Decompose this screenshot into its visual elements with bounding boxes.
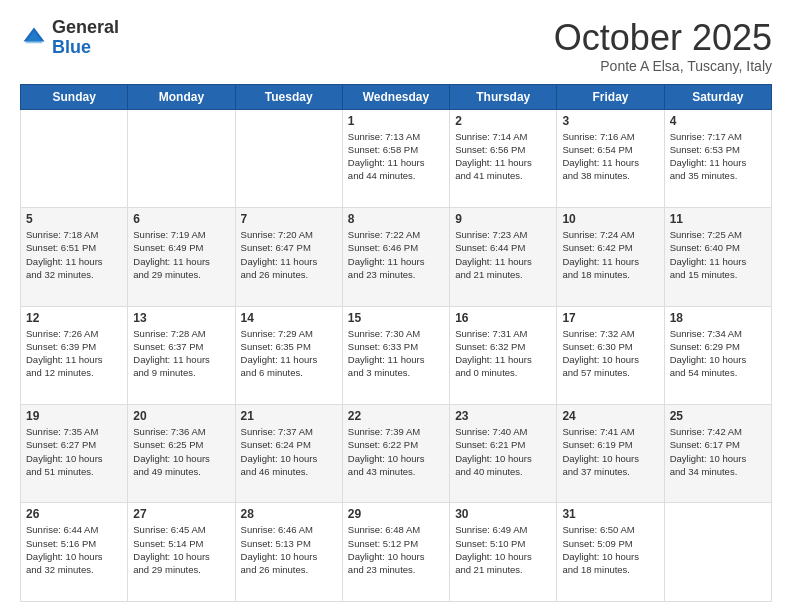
day-number: 20 <box>133 409 229 423</box>
calendar-cell: 30Sunrise: 6:49 AM Sunset: 5:10 PM Dayli… <box>450 503 557 602</box>
day-number: 2 <box>455 114 551 128</box>
logo: General Blue <box>20 18 119 58</box>
day-info: Sunrise: 6:44 AM Sunset: 5:16 PM Dayligh… <box>26 523 122 576</box>
day-info: Sunrise: 7:25 AM Sunset: 6:40 PM Dayligh… <box>670 228 766 281</box>
day-number: 14 <box>241 311 337 325</box>
calendar-cell: 9Sunrise: 7:23 AM Sunset: 6:44 PM Daylig… <box>450 208 557 306</box>
day-number: 19 <box>26 409 122 423</box>
day-number: 30 <box>455 507 551 521</box>
day-info: Sunrise: 7:31 AM Sunset: 6:32 PM Dayligh… <box>455 327 551 380</box>
day-number: 12 <box>26 311 122 325</box>
day-info: Sunrise: 7:24 AM Sunset: 6:42 PM Dayligh… <box>562 228 658 281</box>
day-number: 9 <box>455 212 551 226</box>
day-header-sunday: Sunday <box>21 84 128 109</box>
calendar-cell: 28Sunrise: 6:46 AM Sunset: 5:13 PM Dayli… <box>235 503 342 602</box>
day-number: 24 <box>562 409 658 423</box>
day-info: Sunrise: 7:41 AM Sunset: 6:19 PM Dayligh… <box>562 425 658 478</box>
logo-blue-text: Blue <box>52 37 91 57</box>
day-number: 29 <box>348 507 444 521</box>
day-info: Sunrise: 7:26 AM Sunset: 6:39 PM Dayligh… <box>26 327 122 380</box>
day-info: Sunrise: 7:20 AM Sunset: 6:47 PM Dayligh… <box>241 228 337 281</box>
calendar-cell: 17Sunrise: 7:32 AM Sunset: 6:30 PM Dayli… <box>557 306 664 404</box>
calendar-cell: 16Sunrise: 7:31 AM Sunset: 6:32 PM Dayli… <box>450 306 557 404</box>
day-info: Sunrise: 6:45 AM Sunset: 5:14 PM Dayligh… <box>133 523 229 576</box>
day-info: Sunrise: 7:35 AM Sunset: 6:27 PM Dayligh… <box>26 425 122 478</box>
day-number: 5 <box>26 212 122 226</box>
calendar-header-row: SundayMondayTuesdayWednesdayThursdayFrid… <box>21 84 772 109</box>
calendar-cell: 19Sunrise: 7:35 AM Sunset: 6:27 PM Dayli… <box>21 405 128 503</box>
calendar-cell: 11Sunrise: 7:25 AM Sunset: 6:40 PM Dayli… <box>664 208 771 306</box>
calendar-cell: 4Sunrise: 7:17 AM Sunset: 6:53 PM Daylig… <box>664 109 771 207</box>
calendar-cell <box>664 503 771 602</box>
day-number: 13 <box>133 311 229 325</box>
calendar-cell: 29Sunrise: 6:48 AM Sunset: 5:12 PM Dayli… <box>342 503 449 602</box>
calendar-cell: 2Sunrise: 7:14 AM Sunset: 6:56 PM Daylig… <box>450 109 557 207</box>
day-info: Sunrise: 7:29 AM Sunset: 6:35 PM Dayligh… <box>241 327 337 380</box>
calendar-cell: 27Sunrise: 6:45 AM Sunset: 5:14 PM Dayli… <box>128 503 235 602</box>
calendar-week-5: 26Sunrise: 6:44 AM Sunset: 5:16 PM Dayli… <box>21 503 772 602</box>
day-number: 3 <box>562 114 658 128</box>
calendar-week-1: 1Sunrise: 7:13 AM Sunset: 6:58 PM Daylig… <box>21 109 772 207</box>
calendar-cell: 24Sunrise: 7:41 AM Sunset: 6:19 PM Dayli… <box>557 405 664 503</box>
location: Ponte A Elsa, Tuscany, Italy <box>554 58 772 74</box>
day-number: 11 <box>670 212 766 226</box>
calendar-cell: 13Sunrise: 7:28 AM Sunset: 6:37 PM Dayli… <box>128 306 235 404</box>
day-info: Sunrise: 7:23 AM Sunset: 6:44 PM Dayligh… <box>455 228 551 281</box>
day-info: Sunrise: 6:50 AM Sunset: 5:09 PM Dayligh… <box>562 523 658 576</box>
calendar-cell <box>21 109 128 207</box>
day-number: 1 <box>348 114 444 128</box>
day-number: 27 <box>133 507 229 521</box>
day-info: Sunrise: 7:28 AM Sunset: 6:37 PM Dayligh… <box>133 327 229 380</box>
calendar-cell: 1Sunrise: 7:13 AM Sunset: 6:58 PM Daylig… <box>342 109 449 207</box>
day-info: Sunrise: 7:36 AM Sunset: 6:25 PM Dayligh… <box>133 425 229 478</box>
calendar-table: SundayMondayTuesdayWednesdayThursdayFrid… <box>20 84 772 602</box>
calendar-cell: 18Sunrise: 7:34 AM Sunset: 6:29 PM Dayli… <box>664 306 771 404</box>
day-info: Sunrise: 6:46 AM Sunset: 5:13 PM Dayligh… <box>241 523 337 576</box>
calendar-cell: 8Sunrise: 7:22 AM Sunset: 6:46 PM Daylig… <box>342 208 449 306</box>
day-header-wednesday: Wednesday <box>342 84 449 109</box>
day-info: Sunrise: 7:42 AM Sunset: 6:17 PM Dayligh… <box>670 425 766 478</box>
header: General Blue October 2025 Ponte A Elsa, … <box>20 18 772 74</box>
day-info: Sunrise: 7:30 AM Sunset: 6:33 PM Dayligh… <box>348 327 444 380</box>
day-info: Sunrise: 6:49 AM Sunset: 5:10 PM Dayligh… <box>455 523 551 576</box>
calendar-cell <box>128 109 235 207</box>
day-header-saturday: Saturday <box>664 84 771 109</box>
day-number: 6 <box>133 212 229 226</box>
day-info: Sunrise: 7:16 AM Sunset: 6:54 PM Dayligh… <box>562 130 658 183</box>
calendar-week-2: 5Sunrise: 7:18 AM Sunset: 6:51 PM Daylig… <box>21 208 772 306</box>
day-header-thursday: Thursday <box>450 84 557 109</box>
day-header-tuesday: Tuesday <box>235 84 342 109</box>
day-number: 8 <box>348 212 444 226</box>
calendar-cell: 3Sunrise: 7:16 AM Sunset: 6:54 PM Daylig… <box>557 109 664 207</box>
logo-icon <box>20 24 48 52</box>
day-info: Sunrise: 7:39 AM Sunset: 6:22 PM Dayligh… <box>348 425 444 478</box>
page: General Blue October 2025 Ponte A Elsa, … <box>0 0 792 612</box>
calendar-cell: 21Sunrise: 7:37 AM Sunset: 6:24 PM Dayli… <box>235 405 342 503</box>
day-info: Sunrise: 7:40 AM Sunset: 6:21 PM Dayligh… <box>455 425 551 478</box>
calendar-cell: 20Sunrise: 7:36 AM Sunset: 6:25 PM Dayli… <box>128 405 235 503</box>
day-number: 18 <box>670 311 766 325</box>
day-number: 28 <box>241 507 337 521</box>
day-number: 22 <box>348 409 444 423</box>
calendar-cell: 26Sunrise: 6:44 AM Sunset: 5:16 PM Dayli… <box>21 503 128 602</box>
month-title: October 2025 <box>554 18 772 58</box>
calendar-cell: 22Sunrise: 7:39 AM Sunset: 6:22 PM Dayli… <box>342 405 449 503</box>
day-info: Sunrise: 7:32 AM Sunset: 6:30 PM Dayligh… <box>562 327 658 380</box>
day-number: 4 <box>670 114 766 128</box>
day-number: 25 <box>670 409 766 423</box>
day-number: 31 <box>562 507 658 521</box>
day-info: Sunrise: 6:48 AM Sunset: 5:12 PM Dayligh… <box>348 523 444 576</box>
calendar-cell: 12Sunrise: 7:26 AM Sunset: 6:39 PM Dayli… <box>21 306 128 404</box>
calendar-cell: 6Sunrise: 7:19 AM Sunset: 6:49 PM Daylig… <box>128 208 235 306</box>
calendar-cell: 5Sunrise: 7:18 AM Sunset: 6:51 PM Daylig… <box>21 208 128 306</box>
day-info: Sunrise: 7:22 AM Sunset: 6:46 PM Dayligh… <box>348 228 444 281</box>
calendar-cell: 10Sunrise: 7:24 AM Sunset: 6:42 PM Dayli… <box>557 208 664 306</box>
calendar-cell: 23Sunrise: 7:40 AM Sunset: 6:21 PM Dayli… <box>450 405 557 503</box>
day-number: 10 <box>562 212 658 226</box>
calendar-cell: 31Sunrise: 6:50 AM Sunset: 5:09 PM Dayli… <box>557 503 664 602</box>
day-info: Sunrise: 7:17 AM Sunset: 6:53 PM Dayligh… <box>670 130 766 183</box>
calendar-cell: 25Sunrise: 7:42 AM Sunset: 6:17 PM Dayli… <box>664 405 771 503</box>
day-info: Sunrise: 7:18 AM Sunset: 6:51 PM Dayligh… <box>26 228 122 281</box>
calendar-cell: 15Sunrise: 7:30 AM Sunset: 6:33 PM Dayli… <box>342 306 449 404</box>
day-number: 17 <box>562 311 658 325</box>
